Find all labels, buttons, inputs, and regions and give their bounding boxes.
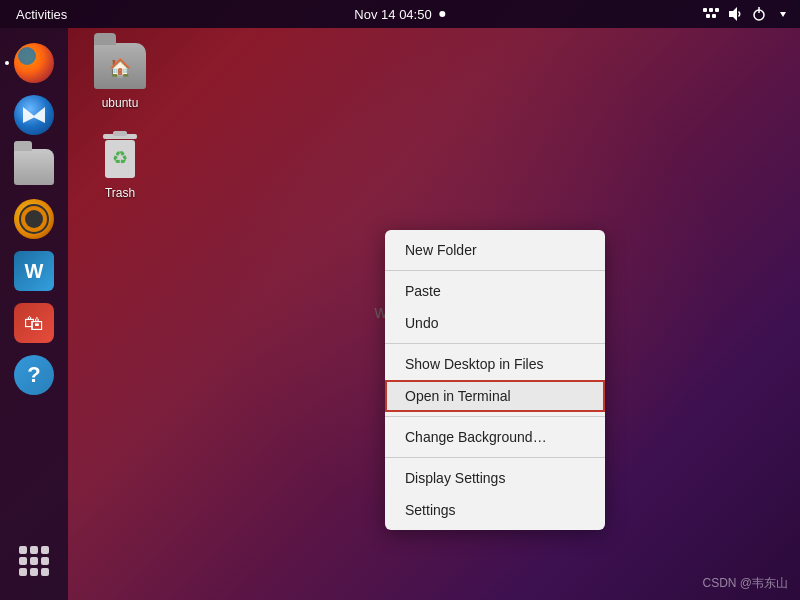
desktop-icons: 🏠 ubuntu ♻ T	[80, 40, 160, 200]
system-menu-arrow[interactable]	[774, 5, 792, 23]
menu-separator-4	[385, 457, 605, 458]
show-apps-icon	[14, 541, 54, 581]
trash-svg: ♻	[97, 130, 143, 182]
menu-item-settings[interactable]: Settings	[385, 494, 605, 526]
menu-item-change-background[interactable]: Change Background…	[385, 421, 605, 453]
dock-item-show-apps[interactable]	[11, 538, 57, 584]
dock: W 🛍 ?	[0, 28, 68, 600]
svg-marker-8	[780, 12, 786, 17]
trash-icon: ♻	[94, 130, 146, 182]
files-icon	[14, 149, 54, 185]
svg-marker-5	[729, 7, 737, 21]
rhythmbox-icon	[14, 199, 54, 239]
network-icon[interactable]	[702, 5, 720, 23]
topbar-center: Nov 14 04:50	[354, 7, 445, 22]
dock-item-libreoffice[interactable]: W	[11, 248, 57, 294]
home-symbol: 🏠	[109, 57, 131, 79]
svg-rect-3	[706, 14, 710, 18]
dock-bottom	[11, 538, 57, 584]
ubuntu-folder-icon: 🏠	[94, 40, 146, 92]
topbar: Activities Nov 14 04:50	[0, 0, 800, 28]
svg-rect-0	[703, 8, 707, 12]
svg-rect-10	[113, 131, 127, 136]
power-icon[interactable]	[750, 5, 768, 23]
menu-item-show-desktop-files[interactable]: Show Desktop in Files	[385, 348, 605, 380]
csdn-credit: CSDN @韦东山	[702, 575, 788, 592]
context-menu: New Folder Paste Undo Show Desktop in Fi…	[385, 230, 605, 530]
svg-text:♻: ♻	[112, 148, 128, 168]
desktop-icon-ubuntu[interactable]: 🏠 ubuntu	[80, 40, 160, 110]
menu-item-undo[interactable]: Undo	[385, 307, 605, 339]
topbar-right	[702, 5, 792, 23]
dock-item-firefox[interactable]	[11, 40, 57, 86]
thunderbird-icon	[14, 95, 54, 135]
svg-rect-4	[712, 14, 716, 18]
topbar-left: Activities	[8, 0, 75, 28]
svg-rect-1	[709, 8, 713, 12]
menu-separator-2	[385, 343, 605, 344]
trash-folder-label: Trash	[105, 186, 135, 200]
menu-item-new-folder[interactable]: New Folder	[385, 234, 605, 266]
ubuntu-folder-label: ubuntu	[102, 96, 139, 110]
datetime-label: Nov 14 04:50	[354, 7, 431, 22]
menu-item-display-settings[interactable]: Display Settings	[385, 462, 605, 494]
dock-item-thunderbird[interactable]	[11, 92, 57, 138]
dock-item-files[interactable]	[11, 144, 57, 190]
activities-button[interactable]: Activities	[8, 0, 75, 28]
desktop: Activities Nov 14 04:50	[0, 0, 800, 600]
svg-rect-2	[715, 8, 719, 12]
dock-item-rhythmbox[interactable]	[11, 196, 57, 242]
dock-item-ubuntu-software[interactable]: 🛍	[11, 300, 57, 346]
menu-separator-3	[385, 416, 605, 417]
help-icon: ?	[14, 355, 54, 395]
ubuntu-software-icon: 🛍	[14, 303, 54, 343]
firefox-icon	[14, 43, 54, 83]
menu-item-paste[interactable]: Paste	[385, 275, 605, 307]
libreoffice-icon: W	[14, 251, 54, 291]
home-folder-shape: 🏠	[94, 43, 146, 89]
menu-separator-1	[385, 270, 605, 271]
notification-dot	[440, 11, 446, 17]
desktop-icon-trash[interactable]: ♻ Trash	[80, 130, 160, 200]
trash-icon-shape: ♻	[97, 130, 143, 182]
dock-active-indicator	[5, 61, 9, 65]
volume-icon[interactable]	[726, 5, 744, 23]
menu-item-open-terminal[interactable]: Open in Terminal	[385, 380, 605, 412]
dock-item-help[interactable]: ?	[11, 352, 57, 398]
